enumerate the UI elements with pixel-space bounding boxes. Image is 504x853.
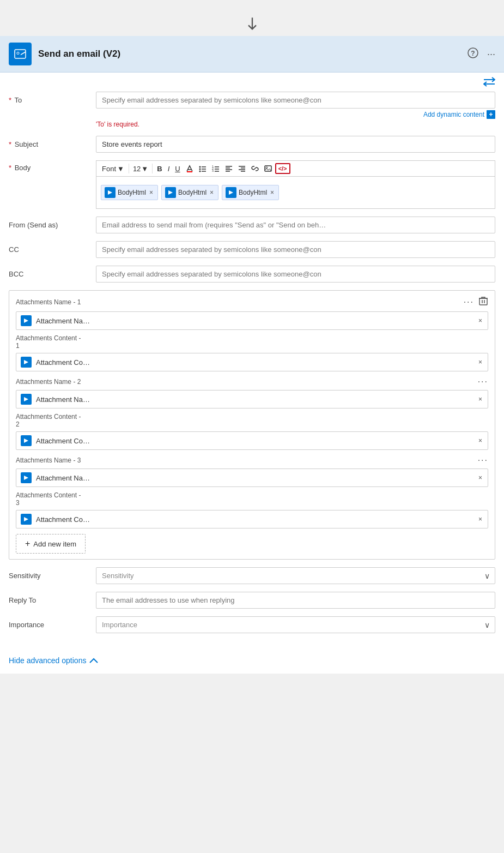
attachment-group-1: Attachments Name - 1 ··· Attachment Na… … (16, 296, 488, 371)
reply-to-input[interactable] (96, 592, 495, 609)
token-icon-2 (165, 187, 176, 198)
token-close-1[interactable]: × (148, 189, 154, 196)
attachment-name-header-1: Attachments Name - 1 ··· (16, 296, 488, 308)
subject-label: * Subject (9, 136, 96, 148)
align-left-button[interactable] (223, 164, 235, 173)
outlook-icon: O (9, 43, 32, 65)
top-arrow (0, 11, 504, 36)
attachment-content-input-1[interactable]: Attachment Co… × (16, 353, 488, 371)
token-icon-1 (105, 187, 116, 198)
body-token-1: BodyHtml × (101, 185, 158, 200)
attachment-content-label-2: Attachments Content -2 (16, 413, 81, 428)
font-size-selector[interactable]: 12 ▼ (131, 164, 150, 174)
attachment-token-icon-3 (21, 472, 32, 483)
bcc-input[interactable] (96, 266, 495, 283)
attachment-name-more-2[interactable]: ··· (478, 377, 488, 387)
add-new-item-button[interactable]: + Add new item (16, 534, 86, 554)
help-button[interactable]: ? (467, 47, 478, 61)
align-right-button[interactable] (236, 164, 248, 173)
body-content-area[interactable]: BodyHtml × BodyHtml × Body (96, 176, 495, 209)
sensitivity-row: Sensitivity Sensitivity Normal Personal … (9, 567, 495, 584)
bcc-field (96, 266, 495, 283)
font-selector[interactable]: Font ▼ (100, 164, 126, 174)
toolbar-separator (152, 164, 153, 173)
importance-row: Importance Importance Low Normal High ∨ (9, 616, 495, 633)
attachment-name-more-1[interactable]: ··· (464, 297, 474, 307)
importance-select[interactable]: Importance Low Normal High (96, 616, 495, 633)
attachment-content-token-close-3[interactable]: × (477, 515, 483, 523)
cc-input[interactable] (96, 241, 495, 258)
from-input[interactable] (96, 217, 495, 233)
numbered-list-button[interactable]: 1.2.3. (210, 164, 222, 173)
token-icon-3 (226, 187, 236, 198)
bold-button[interactable]: B (155, 164, 164, 174)
sensitivity-select[interactable]: Sensitivity Normal Personal Private Conf… (96, 567, 495, 584)
sensitivity-select-wrapper: Sensitivity Normal Personal Private Conf… (96, 567, 495, 584)
underline-button[interactable]: U (173, 164, 182, 174)
add-dynamic-content-button[interactable]: Add dynamic content + (423, 110, 495, 119)
cc-row: CC (9, 241, 495, 258)
token-close-2[interactable]: × (209, 189, 215, 196)
importance-field: Importance Low Normal High ∨ (96, 616, 495, 633)
attachment-name-header-2: Attachments Name - 2 ··· (16, 377, 488, 387)
swap-button[interactable] (483, 77, 495, 89)
svg-marker-41 (24, 360, 28, 364)
bullet-list-button[interactable] (197, 164, 209, 173)
header-actions: ? ··· (467, 47, 495, 61)
attachment-content-input-2[interactable]: Attachment Co… × (16, 431, 488, 450)
attachment-name-delete-1[interactable] (478, 296, 488, 308)
subject-input[interactable] (96, 136, 495, 153)
svg-rect-36 (479, 298, 487, 305)
image-button[interactable] (262, 164, 274, 173)
chevron-down-icon: ▼ (141, 165, 148, 173)
toolbar-separator (129, 164, 129, 173)
sensitivity-label: Sensitivity (9, 567, 96, 580)
token-close-3[interactable]: × (269, 189, 275, 196)
attachment-name-more-3[interactable]: ··· (478, 455, 488, 465)
to-input[interactable] (96, 92, 495, 109)
attachment-content-token-icon-2 (21, 435, 32, 446)
to-label: * To (9, 92, 96, 104)
hide-advanced-button[interactable]: Hide advanced options (9, 656, 98, 665)
body-row: * Body Font ▼ 12 ▼ B I (9, 160, 495, 209)
attachment-content-header-2: Attachments Content -2 (16, 413, 488, 428)
attachment-content-input-3[interactable]: Attachment Co… × (16, 510, 488, 528)
form-area: * To Add dynamic content + 'To' is requi… (0, 92, 504, 650)
html-button[interactable]: </> (275, 163, 290, 174)
svg-marker-43 (24, 438, 28, 443)
link-button[interactable] (249, 164, 261, 173)
header-title: Send an email (V2) (38, 49, 467, 59)
from-label: From (Send as) (9, 217, 96, 229)
attachment-name-token-close-3[interactable]: × (477, 474, 483, 482)
reply-to-field (96, 592, 495, 609)
attachment-name-label-3: Attachments Name - 3 (16, 456, 81, 464)
attachment-content-token-close-2[interactable]: × (477, 437, 483, 444)
attachment-name-token-close-1[interactable]: × (477, 317, 483, 325)
svg-point-14 (199, 171, 201, 172)
svg-marker-42 (24, 397, 28, 401)
attachment-name-token-3: Attachment Na… (36, 474, 90, 482)
swap-row (0, 73, 504, 92)
attachment-group-2: Attachments Name - 2 ··· Attachment Na… … (16, 377, 488, 450)
font-color-button[interactable] (184, 164, 196, 173)
attachment-content-token-2: Attachment Co… (36, 437, 90, 445)
attachment-name-input-1[interactable]: Attachment Na… × (16, 311, 488, 330)
importance-select-wrapper: Importance Low Normal High ∨ (96, 616, 495, 633)
attachment-content-token-close-1[interactable]: × (477, 358, 483, 366)
attachment-name-header-3: Attachments Name - 3 ··· (16, 455, 488, 465)
more-button[interactable]: ··· (487, 49, 495, 60)
subject-field (96, 136, 495, 153)
attachment-name-token-close-2[interactable]: × (477, 395, 483, 403)
importance-label: Importance (9, 616, 96, 629)
attachment-group-3: Attachments Name - 3 ··· Attachment Na… … (16, 455, 488, 528)
svg-line-30 (254, 167, 256, 170)
italic-button[interactable]: I (166, 164, 172, 174)
token-label-2: BodyHtml (178, 189, 207, 196)
svg-marker-40 (24, 319, 28, 323)
attachment-content-header-3: Attachments Content -3 (16, 491, 488, 507)
chevron-down-icon: ▼ (117, 165, 124, 173)
attachment-name-input-2[interactable]: Attachment Na… × (16, 390, 488, 409)
attachment-name-input-3[interactable]: Attachment Na… × (16, 468, 488, 487)
attachment-name-token-1: Attachment Na… (36, 317, 90, 325)
svg-marker-35 (229, 190, 233, 195)
